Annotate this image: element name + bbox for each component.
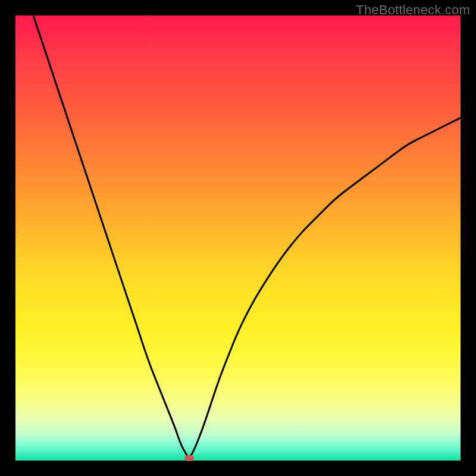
curve-path — [33, 15, 461, 456]
bottleneck-curve — [15, 15, 461, 461]
chart-plot-area — [15, 15, 461, 461]
optimal-point-marker — [184, 455, 194, 461]
